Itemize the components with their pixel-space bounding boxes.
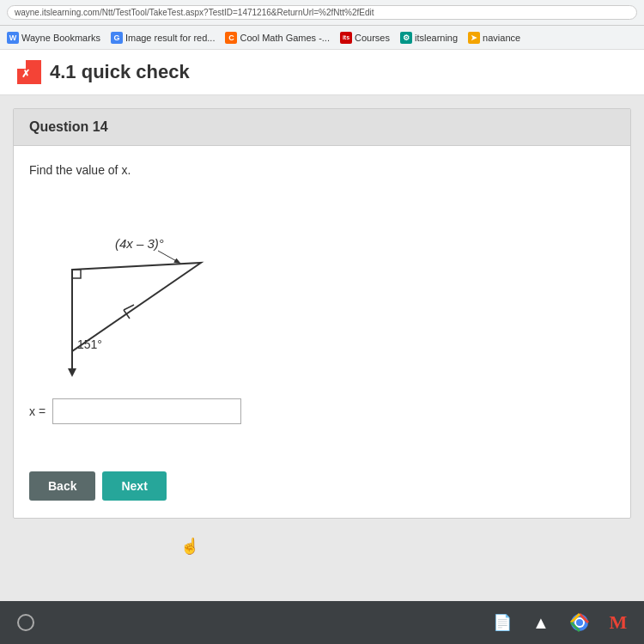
bookmark-courses[interactable]: its Courses — [340, 32, 390, 44]
svg-line-8 — [158, 251, 179, 263]
taskbar-circle[interactable] — [17, 614, 34, 631]
bookmark-naviance[interactable]: ➤ naviance — [468, 32, 520, 44]
main-content: ✗ 4.1 quick check Question 14 Find the v… — [0, 50, 644, 601]
figure-container: (4x – 3)° 151° — [46, 192, 615, 381]
svg-rect-1 — [17, 60, 26, 69]
svg-marker-10 — [68, 368, 76, 377]
page-title-bar: ✗ 4.1 quick check — [0, 50, 644, 95]
bookmark-itslearning-icon: ⚙ — [400, 32, 412, 44]
bookmark-image-label: Image result for red... — [125, 33, 216, 43]
bookmark-courses-label: Courses — [355, 33, 390, 43]
bookmark-image[interactable]: G Image result for red... — [111, 32, 216, 44]
bookmark-courses-icon: its — [340, 32, 352, 44]
bookmark-itslearning[interactable]: ⚙ itslearning — [400, 32, 458, 44]
bookmark-coolmath-label: Cool Math Games -... — [240, 33, 330, 43]
bookmarks-bar: W Wayne Bookmarks G Image result for red… — [0, 26, 644, 50]
url-bar[interactable]: wayne.itslearning.com/Ntt/TestTool/TakeT… — [7, 5, 637, 20]
angle1-label: (4x – 3)° — [115, 236, 164, 251]
question-body: Find the value of x. — [14, 146, 630, 463]
bookmark-itslearning-label: itslearning — [415, 33, 458, 43]
back-button[interactable]: Back — [29, 471, 95, 501]
button-row: Back Next — [14, 463, 630, 518]
angle2-label: 151° — [77, 337, 102, 351]
taskbar-chrome-icon[interactable] — [567, 610, 592, 635]
question-text: Find the value of x. — [29, 163, 615, 177]
bookmark-coolmath[interactable]: C Cool Math Games -... — [225, 32, 330, 44]
input-row: x = — [29, 398, 615, 424]
bookmark-wayne-icon: W — [7, 32, 19, 44]
svg-rect-5 — [72, 270, 81, 278]
bookmark-wayne[interactable]: W Wayne Bookmarks — [7, 32, 100, 44]
question-card: Question 14 Find the value of x. — [13, 108, 631, 519]
svg-text:✗: ✗ — [21, 68, 30, 80]
bookmark-naviance-label: naviance — [483, 33, 520, 43]
taskbar-mail-icon[interactable]: M — [605, 610, 631, 635]
taskbar-triangle-icon[interactable]: ▲ — [528, 610, 554, 635]
geometry-figure: (4x – 3)° 151° — [46, 192, 252, 381]
bookmark-image-icon: G — [111, 32, 123, 44]
bookmark-coolmath-icon: C — [225, 32, 237, 44]
bookmark-naviance-icon: ➤ — [468, 32, 480, 44]
question-header: Question 14 — [14, 109, 630, 146]
taskbar: 📄 ▲ M — [0, 601, 644, 644]
page-title: 4.1 quick check — [50, 61, 190, 83]
bookmark-wayne-label: Wayne Bookmarks — [21, 33, 100, 43]
next-button[interactable]: Next — [102, 471, 166, 501]
taskbar-file-icon[interactable]: 📄 — [489, 610, 515, 635]
input-label: x = — [29, 404, 46, 418]
browser-bar: wayne.itslearning.com/Ntt/TestTool/TakeT… — [0, 0, 644, 26]
page-title-icon: ✗ — [17, 60, 41, 84]
svg-point-13 — [576, 619, 583, 626]
answer-input[interactable] — [52, 398, 241, 424]
